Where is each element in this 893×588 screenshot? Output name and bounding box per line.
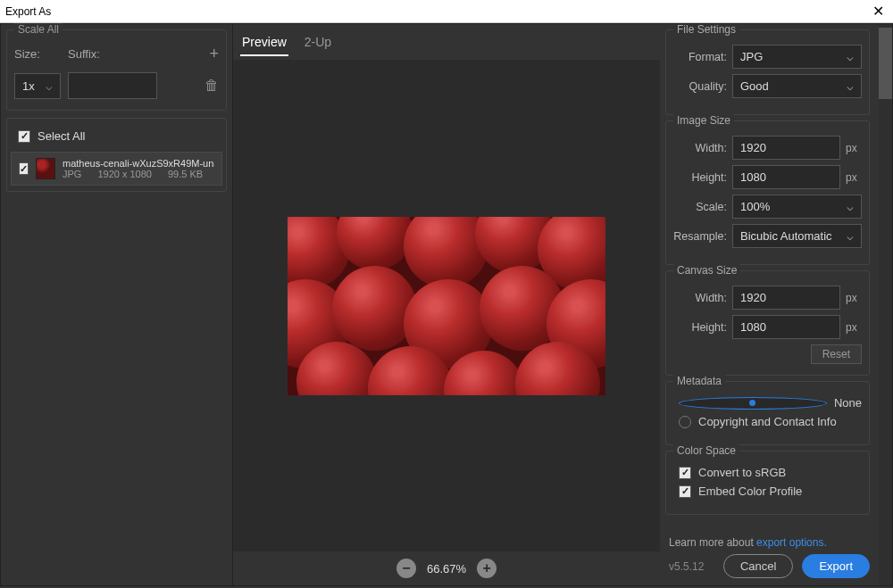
asset-name: matheus-cenali-wXuzS9xR49M-uns [63,158,214,169]
format-value: JPG [740,50,763,63]
quality-value: Good [740,79,769,93]
canvas-size-section: Canvas Size Width: px Height: px Reset [665,270,870,376]
resample-label: Resample: [673,230,727,243]
asset-row[interactable]: matheus-cenali-wXuzS9xR49M-uns JPG 1920 … [11,152,222,186]
asset-checkbox[interactable] [19,162,29,175]
resample-select[interactable]: Bicubic Automatic ⌵ [732,224,862,248]
preview-stage [233,60,660,551]
dialog-body: Scale All Size: Suffix: + 1x ⌵ 🗑 Select … [0,23,893,586]
learn-more: Learn more about export options. [669,536,870,549]
select-all-row: Select All [11,124,222,148]
resample-value: Bicubic Automatic [740,229,832,243]
metadata-title: Metadata [673,375,725,387]
asset-thumbnail [36,158,55,179]
size-label: Size: [14,47,68,61]
zoom-in-button[interactable]: + [477,559,497,578]
format-label: Format: [673,51,727,63]
quality-select[interactable]: Good ⌵ [732,74,862,98]
file-settings-title: File Settings [673,24,739,36]
select-all-label: Select All [38,129,85,143]
metadata-copyright-radio[interactable] [679,416,691,428]
img-height-label: Height: [673,171,727,184]
cancel-button[interactable]: Cancel [723,554,793,578]
img-height-input[interactable] [732,165,840,189]
preview-tabs: Preview 2-Up [233,24,660,56]
asset-panel: Select All matheus-cenali-wXuzS9xR49M-un… [6,118,227,192]
img-width-label: Width: [673,142,727,154]
export-button[interactable]: Export [802,554,870,578]
footer: Learn more about export options. v5.5.12… [665,533,870,582]
add-size-icon[interactable]: + [209,45,219,63]
size-select[interactable]: 1x ⌵ [14,73,61,99]
center-pane: Preview 2-Up − 66.67% [233,24,660,585]
tab-2up[interactable]: 2-Up [303,31,333,56]
color-space-title: Color Space [673,444,739,457]
metadata-copyright-label: Copyright and Contact Info [698,415,837,428]
size-value: 1x [22,79,35,93]
left-pane: Scale All Size: Suffix: + 1x ⌵ 🗑 Select … [1,24,233,585]
image-size-title: Image Size [673,114,734,127]
srgb-label: Convert to sRGB [698,466,786,479]
cv-width-label: Width: [673,292,727,304]
cv-height-input[interactable] [732,315,840,339]
embed-profile-label: Embed Color Profile [698,484,802,498]
cv-height-label: Height: [673,321,727,334]
scale-all-panel: Scale All Size: Suffix: + 1x ⌵ 🗑 [6,29,227,111]
window-title: Export As [5,5,51,18]
format-select[interactable]: JPG ⌵ [732,45,862,69]
image-size-section: Image Size Width: px Height: px Scale: 1… [665,120,870,265]
right-pane: File Settings Format: JPG ⌵ Quality: Goo… [660,24,879,585]
asset-meta: matheus-cenali-wXuzS9xR49M-uns JPG 1920 … [63,158,214,179]
learn-prefix: Learn more about [669,536,756,549]
metadata-section: Metadata None Copyright and Contact Info [665,381,870,445]
learn-link[interactable]: export options. [756,536,827,549]
suffix-label: Suffix: [68,47,209,61]
preview-image [288,217,605,395]
chevron-down-icon: ⌵ [847,79,854,93]
version-label: v5.5.12 [669,560,704,573]
unit-px: px [846,321,862,334]
asset-dims: 1920 x 1080 [97,169,152,179]
img-scale-label: Scale: [673,201,727,213]
zoom-bar: − 66.67% + [233,551,660,585]
reset-button[interactable]: Reset [811,344,862,364]
suffix-input[interactable] [68,72,157,99]
img-scale-value: 100% [740,200,770,213]
chevron-down-icon: ⌵ [847,229,854,243]
titlebar: Export As ✕ [0,0,893,23]
asset-size: 99.5 KB [168,169,203,179]
scrollbar[interactable] [879,24,892,585]
quality-label: Quality: [673,80,727,93]
img-scale-select[interactable]: 100% ⌵ [732,195,862,219]
file-settings-section: File Settings Format: JPG ⌵ Quality: Goo… [665,29,870,115]
chevron-down-icon: ⌵ [847,200,854,213]
unit-px: px [846,171,862,184]
metadata-none-label: None [834,396,862,410]
unit-px: px [846,292,862,304]
srgb-checkbox[interactable] [679,467,691,479]
canvas-size-title: Canvas Size [673,264,740,277]
zoom-out-button[interactable]: − [396,559,416,578]
tab-preview[interactable]: Preview [240,31,288,56]
chevron-down-icon: ⌵ [847,50,854,63]
scrollbar-thumb[interactable] [879,28,892,99]
unit-px: px [846,142,862,154]
img-width-input[interactable] [732,136,840,160]
asset-format: JPG [63,169,81,179]
select-all-checkbox[interactable] [18,130,30,143]
metadata-none-radio[interactable] [679,397,827,410]
embed-profile-checkbox[interactable] [679,485,691,498]
trash-icon[interactable]: 🗑 [204,78,219,94]
color-space-section: Color Space Convert to sRGB Embed Color … [665,451,870,515]
cv-width-input[interactable] [732,286,840,310]
chevron-down-icon: ⌵ [46,79,53,93]
scale-all-title: Scale All [14,23,63,36]
close-icon[interactable]: ✕ [869,3,888,20]
zoom-value: 66.67% [427,562,466,576]
